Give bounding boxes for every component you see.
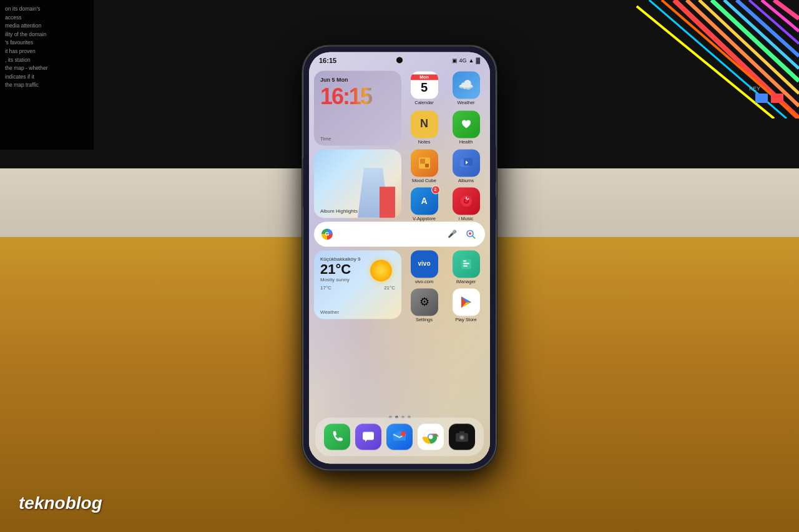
svg-point-25	[469, 232, 471, 235]
row1: Jun 5 Mon 16:15 Time Mon 5	[314, 70, 485, 145]
clock-time-display: 16:15	[320, 85, 395, 108]
status-icons: ▣ 4G ▲ ▓	[452, 57, 481, 64]
search-row: G 🎤	[314, 221, 485, 246]
health-icon	[453, 110, 480, 138]
volume-up-button[interactable]	[303, 158, 303, 208]
top-right-apps: Mon 5 Calendar ☁️ Weather	[405, 70, 485, 145]
svg-point-38	[461, 435, 464, 438]
svg-rect-29	[463, 265, 468, 266]
appstore-imusic-row: A 2 V-Appstore	[405, 187, 485, 221]
imusic-app[interactable]: i Music	[447, 187, 485, 221]
settings-playstore-row: ⚙ Settings	[405, 288, 485, 322]
albums-label: Albums	[458, 178, 474, 183]
vivo-app[interactable]: vivo vivo.com	[405, 250, 443, 284]
voice-search-icon[interactable]: 🎤	[445, 227, 459, 241]
appstore-icon: A 2	[411, 187, 438, 215]
clock-date: Jun 5 Mon	[320, 77, 395, 83]
dock-phone-icon[interactable]	[324, 423, 350, 450]
status-time: 16:15	[319, 57, 336, 64]
settings-icon: ⚙	[411, 288, 438, 316]
vivo-label: vivo.com	[415, 279, 434, 284]
settings-label: Settings	[416, 317, 433, 322]
moodcube-label: Mood Cube	[412, 178, 436, 183]
svg-rect-18	[425, 163, 429, 167]
svg-point-32	[401, 431, 406, 436]
watermark: teknoblog	[19, 493, 102, 513]
notes-app[interactable]: N Notes	[405, 110, 443, 145]
clock-widget-label: Time	[320, 136, 331, 142]
imusic-label: i Music	[459, 216, 473, 221]
imanager-icon	[453, 250, 480, 278]
album-shape-small	[380, 186, 395, 218]
appstore-label: V-Appstore	[413, 216, 436, 221]
appstore-app[interactable]: A 2 V-Appstore	[405, 187, 443, 221]
google-logo: G	[321, 228, 333, 239]
clock-widget[interactable]: Jun 5 Mon 16:15 Time	[314, 70, 401, 145]
lens-search-icon[interactable]	[464, 227, 478, 241]
weather-widget[interactable]: Küçükbakkalköy 9 21°C Mostly sunny 17°C …	[314, 250, 401, 319]
right-apps-col3: vivo vivo.com	[405, 250, 485, 319]
svg-point-35	[429, 434, 433, 438]
appstore-badge: 2	[431, 185, 440, 194]
weather-app-top[interactable]: ☁️ Weather	[447, 70, 485, 106]
albums-icon	[453, 149, 480, 177]
battery-icon: ▓	[476, 57, 480, 64]
weather-widget-label: Weather	[320, 309, 339, 315]
health-app[interactable]: Health	[447, 110, 485, 145]
article-text: on its domain's access media attention i…	[5, 5, 89, 90]
calendar-weather-row: Mon 5 Calendar ☁️ Weather	[405, 70, 485, 106]
moodcube-icon	[411, 149, 438, 177]
phone-screen: 16:15 ▣ 4G ▲ ▓ Jun 5 Mon 16:15 Time	[309, 52, 490, 463]
notes-icon: N	[411, 110, 438, 138]
svg-rect-14	[771, 94, 783, 103]
dock	[315, 417, 484, 456]
sun-decoration	[370, 259, 392, 281]
dock-camera-icon[interactable]	[449, 423, 475, 450]
weather-low: 17°C	[320, 285, 331, 291]
vivo-icon: vivo	[411, 250, 438, 278]
imanager-label: iManager	[456, 279, 476, 284]
imanager-app[interactable]: iManager	[447, 250, 485, 284]
svg-rect-28	[463, 263, 469, 264]
phone-container: 16:15 ▣ 4G ▲ ▓ Jun 5 Mon 16:15 Time	[303, 46, 496, 470]
moodcube-albums-row: Mood Cube	[405, 149, 485, 183]
svg-line-26	[473, 236, 475, 238]
left-article: on its domain's access media attention i…	[0, 0, 94, 150]
art-decoration: KEY	[562, 0, 799, 118]
health-label: Health	[459, 139, 473, 145]
calendar-icon: Mon 5	[411, 71, 438, 99]
row4: Küçükbakkalköy 9 21°C Mostly sunny 17°C …	[314, 250, 485, 319]
power-button[interactable]	[496, 145, 496, 183]
moodcube-app[interactable]: Mood Cube	[405, 149, 443, 183]
notes-label: Notes	[418, 139, 431, 145]
svg-rect-30	[463, 260, 466, 261]
vivo-imanager-row: vivo vivo.com	[405, 250, 485, 284]
notes-health-row: N Notes Health	[405, 110, 485, 145]
weather-range: 17°C 21°C	[320, 285, 395, 291]
google-search-bar[interactable]: G 🎤	[314, 221, 485, 246]
playstore-icon	[453, 288, 480, 316]
svg-rect-17	[420, 158, 425, 163]
dock-chrome-icon[interactable]	[418, 423, 444, 450]
album-widget[interactable]: Album Highlights	[314, 149, 401, 218]
volume-down-button[interactable]	[496, 195, 496, 220]
dock-messages-icon[interactable]	[355, 423, 381, 450]
cal-date: 5	[421, 80, 428, 95]
camera-notch	[396, 57, 403, 63]
playstore-app[interactable]: Play Store	[447, 288, 485, 322]
calendar-app[interactable]: Mon 5 Calendar	[405, 70, 443, 106]
svg-rect-31	[363, 432, 374, 440]
cal-day: Mon	[411, 74, 438, 80]
row2: Album Highlights	[314, 149, 485, 218]
wifi-icon: ▲	[469, 57, 474, 64]
playstore-label: Play Store	[455, 317, 477, 322]
settings-app[interactable]: ⚙ Settings	[405, 288, 443, 322]
dock-mail-icon[interactable]	[386, 423, 413, 450]
imusic-icon	[453, 187, 480, 215]
album-widget-label: Album Highlights	[320, 208, 358, 214]
signal-icon: 4G	[459, 57, 467, 64]
weather-icon-top: ☁️	[453, 71, 480, 99]
svg-rect-13	[755, 94, 768, 103]
albums-app[interactable]: Albums	[447, 149, 485, 183]
svg-rect-39	[459, 431, 464, 433]
